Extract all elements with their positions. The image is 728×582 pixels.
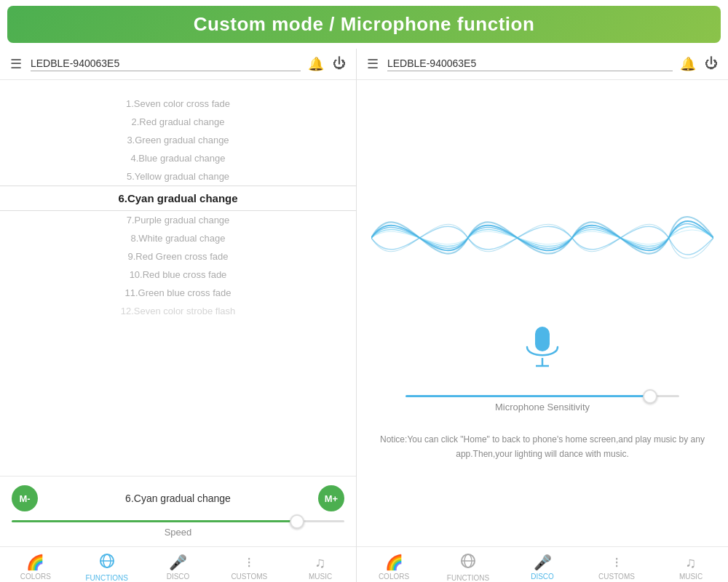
right-alarm-icon[interactable]: 🔔	[680, 56, 696, 72]
right-nav-functions[interactable]: FUNCTIONS	[431, 547, 505, 582]
right-music-label: MUSIC	[679, 573, 703, 581]
right-colors-icon: 🌈	[385, 554, 403, 571]
left-panel: ☰ LEDBLE-940063E5 🔔 ⏻ 1.Seven color cros…	[0, 49, 357, 582]
sensitivity-track[interactable]	[405, 395, 679, 397]
music-icon: ♫	[315, 554, 326, 571]
header-banner: Custom mode / Microphone function	[7, 6, 721, 43]
left-bottom-control: M- 6.Cyan gradual change M+ Speed	[0, 476, 356, 546]
right-nav-disco[interactable]: 🎤 DISCO	[505, 547, 579, 582]
right-customs-icon: ⁝	[614, 554, 619, 571]
microphone-icon	[523, 325, 562, 380]
speed-slider-track[interactable]	[12, 520, 344, 522]
fn-item-7[interactable]: 7.Purple gradual change	[0, 211, 356, 229]
right-functions-label: FUNCTIONS	[447, 574, 489, 582]
customs-label: CUSTOMS	[231, 573, 267, 581]
left-nav-disco[interactable]: 🎤 DISCO	[143, 547, 214, 582]
right-music-icon: ♫	[686, 554, 697, 571]
right-customs-label: CUSTOMS	[598, 573, 635, 581]
left-nav-colors[interactable]: 🌈 COLORS	[0, 547, 71, 582]
svg-rect-3	[535, 327, 550, 351]
mic-panel: Microphone Sensitivity Notice:You can cl…	[357, 80, 728, 546]
fn-item-2[interactable]: 2.Red gradual change	[0, 113, 356, 131]
speed-label: Speed	[12, 527, 344, 538]
fn-item-11[interactable]: 11.Green blue cross fade	[0, 284, 356, 302]
sensitivity-thumb[interactable]	[643, 389, 657, 404]
functions-list: 1.Seven color cross fade 2.Red gradual c…	[0, 80, 356, 476]
left-nav-functions[interactable]: FUNCTIONS	[71, 547, 143, 582]
fn-item-9[interactable]: 9.Red Green cross fade	[0, 247, 356, 266]
right-disco-label: DISCO	[531, 573, 554, 581]
fn-item-5[interactable]: 5.Yellow gradual change	[0, 167, 356, 186]
right-top-bar: ☰ LEDBLE-940063E5 🔔 ⏻	[357, 49, 728, 80]
left-alarm-icon[interactable]: 🔔	[308, 56, 324, 72]
right-bottom-nav: 🌈 COLORS FUNCTIONS 🎤 DISCO ⁝	[357, 546, 728, 582]
left-nav-customs[interactable]: ⁝ CUSTOMS	[213, 547, 285, 582]
colors-label: COLORS	[20, 573, 51, 581]
fn-item-12[interactable]: 12.Seven color strobe flash	[0, 302, 356, 320]
right-functions-icon	[460, 553, 476, 573]
fn-item-1[interactable]: 1.Seven color cross fade	[0, 95, 356, 113]
speed-control: Speed	[12, 520, 344, 538]
fn-item-3[interactable]: 3.Green gradual change	[0, 131, 356, 149]
functions-label: FUNCTIONS	[86, 574, 128, 582]
left-nav-music[interactable]: ♫ MUSIC	[285, 547, 356, 582]
left-bottom-nav: 🌈 COLORS FUNCTIONS 🎤 DISCO ⁝	[0, 546, 356, 582]
customs-icon: ⁝	[247, 554, 251, 571]
right-disco-icon: 🎤	[534, 554, 552, 571]
functions-icon	[99, 553, 115, 573]
left-device-name: LEDBLE-940063E5	[31, 57, 301, 71]
current-mode-label: 6.Cyan gradual change	[125, 493, 231, 504]
sensitivity-label: Microphone Sensitivity	[405, 402, 679, 412]
right-power-icon[interactable]: ⏻	[705, 56, 718, 72]
right-device-name: LEDBLE-940063E5	[387, 57, 673, 71]
music-label: MUSIC	[309, 573, 332, 581]
left-top-bar: ☰ LEDBLE-940063E5 🔔 ⏻	[0, 49, 356, 80]
right-colors-label: COLORS	[379, 573, 409, 581]
fn-item-4[interactable]: 4.Blue gradual change	[0, 149, 356, 167]
right-nav-music[interactable]: ♫ MUSIC	[654, 547, 728, 582]
right-nav-customs[interactable]: ⁝ CUSTOMS	[579, 547, 654, 582]
disco-icon: 🎤	[169, 554, 187, 571]
right-panel: ☰ LEDBLE-940063E5 🔔 ⏻	[357, 49, 728, 582]
m-minus-button[interactable]: M-	[12, 485, 38, 511]
notice-text: Notice:You can click "Home" to back to p…	[371, 433, 713, 461]
fn-item-8[interactable]: 8.White gradual chage	[0, 229, 356, 247]
sound-wave	[371, 165, 713, 311]
speed-slider-thumb[interactable]	[290, 514, 304, 529]
sensitivity-slider[interactable]: Microphone Sensitivity	[405, 395, 679, 412]
fn-item-10[interactable]: 10.Red blue cross fade	[0, 266, 356, 284]
right-menu-icon[interactable]: ☰	[367, 56, 379, 72]
right-nav-colors[interactable]: 🌈 COLORS	[357, 547, 431, 582]
left-menu-icon[interactable]: ☰	[10, 56, 22, 72]
header-title: Custom mode / Microphone function	[194, 13, 535, 35]
left-power-icon[interactable]: ⏻	[333, 56, 346, 72]
disco-label: DISCO	[167, 573, 190, 581]
fn-item-6[interactable]: 6.Cyan gradual change	[0, 186, 356, 211]
colors-icon: 🌈	[26, 554, 44, 571]
m-plus-button[interactable]: M+	[318, 485, 344, 511]
